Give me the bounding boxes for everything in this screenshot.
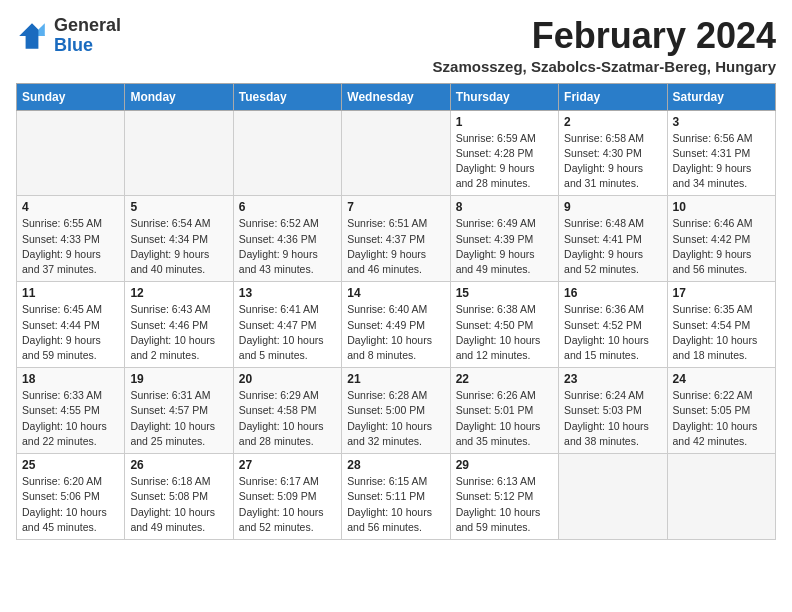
calendar-cell	[17, 110, 125, 196]
calendar-week-row: 4Sunrise: 6:55 AM Sunset: 4:33 PM Daylig…	[17, 196, 776, 282]
day-number: 27	[239, 458, 336, 472]
day-info: Sunrise: 6:15 AM Sunset: 5:11 PM Dayligh…	[347, 474, 444, 535]
calendar-cell: 19Sunrise: 6:31 AM Sunset: 4:57 PM Dayli…	[125, 368, 233, 454]
calendar-cell: 8Sunrise: 6:49 AM Sunset: 4:39 PM Daylig…	[450, 196, 558, 282]
day-number: 12	[130, 286, 227, 300]
month-title: February 2024	[433, 16, 776, 56]
day-number: 7	[347, 200, 444, 214]
day-number: 19	[130, 372, 227, 386]
calendar-cell: 12Sunrise: 6:43 AM Sunset: 4:46 PM Dayli…	[125, 282, 233, 368]
day-info: Sunrise: 6:29 AM Sunset: 4:58 PM Dayligh…	[239, 388, 336, 449]
day-info: Sunrise: 6:20 AM Sunset: 5:06 PM Dayligh…	[22, 474, 119, 535]
day-info: Sunrise: 6:28 AM Sunset: 5:00 PM Dayligh…	[347, 388, 444, 449]
calendar-cell: 20Sunrise: 6:29 AM Sunset: 4:58 PM Dayli…	[233, 368, 341, 454]
day-info: Sunrise: 6:49 AM Sunset: 4:39 PM Dayligh…	[456, 216, 553, 277]
calendar-cell: 13Sunrise: 6:41 AM Sunset: 4:47 PM Dayli…	[233, 282, 341, 368]
calendar-week-row: 18Sunrise: 6:33 AM Sunset: 4:55 PM Dayli…	[17, 368, 776, 454]
calendar-cell: 2Sunrise: 6:58 AM Sunset: 4:30 PM Daylig…	[559, 110, 667, 196]
day-info: Sunrise: 6:51 AM Sunset: 4:37 PM Dayligh…	[347, 216, 444, 277]
calendar-cell: 27Sunrise: 6:17 AM Sunset: 5:09 PM Dayli…	[233, 454, 341, 540]
location-title: Szamosszeg, Szabolcs-Szatmar-Bereg, Hung…	[433, 58, 776, 75]
calendar-cell: 14Sunrise: 6:40 AM Sunset: 4:49 PM Dayli…	[342, 282, 450, 368]
page-header: General Blue February 2024 Szamosszeg, S…	[16, 16, 776, 75]
calendar-cell: 25Sunrise: 6:20 AM Sunset: 5:06 PM Dayli…	[17, 454, 125, 540]
calendar-cell: 28Sunrise: 6:15 AM Sunset: 5:11 PM Dayli…	[342, 454, 450, 540]
calendar-cell: 15Sunrise: 6:38 AM Sunset: 4:50 PM Dayli…	[450, 282, 558, 368]
calendar-cell	[667, 454, 775, 540]
day-number: 4	[22, 200, 119, 214]
title-block: February 2024 Szamosszeg, Szabolcs-Szatm…	[433, 16, 776, 75]
weekday-header: Tuesday	[233, 83, 341, 110]
weekday-header: Friday	[559, 83, 667, 110]
day-number: 3	[673, 115, 770, 129]
calendar-cell: 7Sunrise: 6:51 AM Sunset: 4:37 PM Daylig…	[342, 196, 450, 282]
calendar-header-row: SundayMondayTuesdayWednesdayThursdayFrid…	[17, 83, 776, 110]
calendar-table: SundayMondayTuesdayWednesdayThursdayFrid…	[16, 83, 776, 540]
calendar-cell	[233, 110, 341, 196]
calendar-cell: 18Sunrise: 6:33 AM Sunset: 4:55 PM Dayli…	[17, 368, 125, 454]
day-number: 9	[564, 200, 661, 214]
day-info: Sunrise: 6:55 AM Sunset: 4:33 PM Dayligh…	[22, 216, 119, 277]
calendar-week-row: 1Sunrise: 6:59 AM Sunset: 4:28 PM Daylig…	[17, 110, 776, 196]
day-number: 24	[673, 372, 770, 386]
calendar-cell: 3Sunrise: 6:56 AM Sunset: 4:31 PM Daylig…	[667, 110, 775, 196]
day-info: Sunrise: 6:48 AM Sunset: 4:41 PM Dayligh…	[564, 216, 661, 277]
day-info: Sunrise: 6:41 AM Sunset: 4:47 PM Dayligh…	[239, 302, 336, 363]
calendar-cell: 11Sunrise: 6:45 AM Sunset: 4:44 PM Dayli…	[17, 282, 125, 368]
logo: General Blue	[16, 16, 121, 56]
weekday-header: Saturday	[667, 83, 775, 110]
day-info: Sunrise: 6:26 AM Sunset: 5:01 PM Dayligh…	[456, 388, 553, 449]
day-info: Sunrise: 6:46 AM Sunset: 4:42 PM Dayligh…	[673, 216, 770, 277]
day-number: 1	[456, 115, 553, 129]
day-info: Sunrise: 6:35 AM Sunset: 4:54 PM Dayligh…	[673, 302, 770, 363]
day-number: 29	[456, 458, 553, 472]
weekday-header: Monday	[125, 83, 233, 110]
weekday-header: Wednesday	[342, 83, 450, 110]
day-number: 28	[347, 458, 444, 472]
day-number: 15	[456, 286, 553, 300]
day-info: Sunrise: 6:18 AM Sunset: 5:08 PM Dayligh…	[130, 474, 227, 535]
calendar-cell: 22Sunrise: 6:26 AM Sunset: 5:01 PM Dayli…	[450, 368, 558, 454]
day-number: 17	[673, 286, 770, 300]
day-info: Sunrise: 6:40 AM Sunset: 4:49 PM Dayligh…	[347, 302, 444, 363]
calendar-cell	[342, 110, 450, 196]
day-number: 10	[673, 200, 770, 214]
day-info: Sunrise: 6:31 AM Sunset: 4:57 PM Dayligh…	[130, 388, 227, 449]
day-number: 16	[564, 286, 661, 300]
logo-text: General Blue	[54, 16, 121, 56]
calendar-cell: 24Sunrise: 6:22 AM Sunset: 5:05 PM Dayli…	[667, 368, 775, 454]
day-info: Sunrise: 6:33 AM Sunset: 4:55 PM Dayligh…	[22, 388, 119, 449]
calendar-cell: 17Sunrise: 6:35 AM Sunset: 4:54 PM Dayli…	[667, 282, 775, 368]
day-number: 8	[456, 200, 553, 214]
calendar-week-row: 11Sunrise: 6:45 AM Sunset: 4:44 PM Dayli…	[17, 282, 776, 368]
day-number: 21	[347, 372, 444, 386]
calendar-cell: 9Sunrise: 6:48 AM Sunset: 4:41 PM Daylig…	[559, 196, 667, 282]
day-info: Sunrise: 6:56 AM Sunset: 4:31 PM Dayligh…	[673, 131, 770, 192]
calendar-cell: 16Sunrise: 6:36 AM Sunset: 4:52 PM Dayli…	[559, 282, 667, 368]
day-info: Sunrise: 6:13 AM Sunset: 5:12 PM Dayligh…	[456, 474, 553, 535]
day-info: Sunrise: 6:45 AM Sunset: 4:44 PM Dayligh…	[22, 302, 119, 363]
calendar-week-row: 25Sunrise: 6:20 AM Sunset: 5:06 PM Dayli…	[17, 454, 776, 540]
day-info: Sunrise: 6:59 AM Sunset: 4:28 PM Dayligh…	[456, 131, 553, 192]
calendar-cell: 5Sunrise: 6:54 AM Sunset: 4:34 PM Daylig…	[125, 196, 233, 282]
day-number: 13	[239, 286, 336, 300]
calendar-cell: 26Sunrise: 6:18 AM Sunset: 5:08 PM Dayli…	[125, 454, 233, 540]
day-info: Sunrise: 6:43 AM Sunset: 4:46 PM Dayligh…	[130, 302, 227, 363]
calendar-cell: 4Sunrise: 6:55 AM Sunset: 4:33 PM Daylig…	[17, 196, 125, 282]
calendar-cell: 6Sunrise: 6:52 AM Sunset: 4:36 PM Daylig…	[233, 196, 341, 282]
calendar-cell: 1Sunrise: 6:59 AM Sunset: 4:28 PM Daylig…	[450, 110, 558, 196]
day-info: Sunrise: 6:58 AM Sunset: 4:30 PM Dayligh…	[564, 131, 661, 192]
day-number: 14	[347, 286, 444, 300]
day-info: Sunrise: 6:17 AM Sunset: 5:09 PM Dayligh…	[239, 474, 336, 535]
calendar-cell	[125, 110, 233, 196]
day-number: 18	[22, 372, 119, 386]
svg-marker-1	[38, 23, 44, 36]
day-number: 26	[130, 458, 227, 472]
day-number: 25	[22, 458, 119, 472]
day-info: Sunrise: 6:22 AM Sunset: 5:05 PM Dayligh…	[673, 388, 770, 449]
day-number: 11	[22, 286, 119, 300]
day-number: 5	[130, 200, 227, 214]
calendar-cell: 29Sunrise: 6:13 AM Sunset: 5:12 PM Dayli…	[450, 454, 558, 540]
day-number: 23	[564, 372, 661, 386]
day-info: Sunrise: 6:52 AM Sunset: 4:36 PM Dayligh…	[239, 216, 336, 277]
